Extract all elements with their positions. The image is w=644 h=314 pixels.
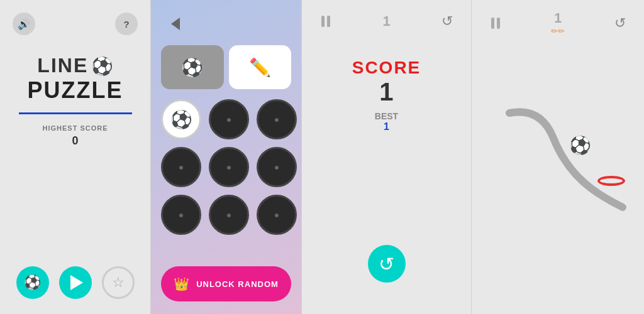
ball-6-locked-icon: ● <box>274 162 279 172</box>
panel4-score-display: 1 <box>551 10 565 26</box>
refresh-button[interactable]: ↺ <box>436 10 458 33</box>
star-icon: ☆ <box>112 274 125 291</box>
ball-item-7[interactable]: ● <box>161 195 201 235</box>
pause-icon <box>321 16 330 27</box>
crown-icon: 👑 <box>174 276 190 291</box>
panel3-top-bar: 1 ↺ <box>302 0 471 33</box>
panel4-refresh-icon: ↺ <box>614 15 626 31</box>
ball-3-locked-icon: ● <box>274 114 279 124</box>
score-label: SCORE <box>352 58 421 78</box>
highest-score-label: HIGHEST SCORE <box>42 124 108 132</box>
ball-item-2[interactable]: ● <box>209 99 249 139</box>
score-value: 1 <box>379 78 393 106</box>
ball-1-icon: ⚽ <box>170 109 192 130</box>
bottom-buttons: ⚽ ☆ <box>16 266 135 299</box>
title-line: LINE <box>37 54 88 77</box>
title-ball: ⚽ <box>91 57 113 76</box>
ball-selector-panel: ⚽ ✏️ ⚽ ● ● ● ● ● ● ● ● <box>151 0 302 314</box>
ball-item-9[interactable]: ● <box>257 195 297 235</box>
unlock-btn-label: UNLOCK RANDOM <box>196 279 279 289</box>
ball-4-locked-icon: ● <box>179 162 184 172</box>
ball-item-3[interactable]: ● <box>257 99 297 139</box>
svg-marker-0 <box>171 18 180 30</box>
tab-pencil[interactable]: ✏️ <box>229 45 292 89</box>
title-puzzle: PUZZLE <box>28 77 123 104</box>
ball-item-8[interactable]: ● <box>209 195 249 235</box>
main-menu-panel: 🔊 ? LINE ⚽ PUZZLE HIGHEST SCORE 0 ⚽ ☆ <box>0 0 151 314</box>
panel4-refresh-button[interactable]: ↺ <box>609 12 631 35</box>
ball-2-locked-icon: ● <box>226 114 231 124</box>
best-value: 1 <box>384 121 389 133</box>
back-arrow-icon <box>166 15 184 33</box>
pencil-icons: ✏✏ <box>551 26 565 36</box>
app-title: LINE ⚽ PUZZLE <box>28 54 123 104</box>
ball-icon: ⚽ <box>24 274 41 291</box>
panel4-pause-button[interactable] <box>484 12 507 35</box>
help-button[interactable]: ? <box>115 13 138 35</box>
back-button[interactable] <box>161 10 189 38</box>
title-underline <box>19 112 132 114</box>
ball-tabs: ⚽ ✏️ <box>161 45 291 89</box>
gameplay-panel: 1 ✏✏ ↺ ⚽ <box>472 0 644 314</box>
ball-grid: ⚽ ● ● ● ● ● ● ● ● <box>161 99 291 235</box>
ball-9-locked-icon: ● <box>274 210 279 220</box>
panel1-top-bar: 🔊 ? <box>13 13 138 35</box>
best-label: BEST <box>375 111 398 121</box>
ball-5-locked-icon: ● <box>226 162 231 172</box>
pause-button[interactable] <box>314 10 337 33</box>
panel4-pause-icon <box>491 18 500 29</box>
ball-item-6[interactable]: ● <box>257 147 297 187</box>
panel4-top-bar: 1 ✏✏ ↺ <box>472 0 644 36</box>
score-panel: 1 ↺ SCORE 1 BEST 1 ↺ <box>302 0 472 314</box>
ball-8-locked-icon: ● <box>226 210 231 220</box>
panel2-top-bar <box>161 10 291 38</box>
game-ball: ⚽ <box>569 135 591 156</box>
play-button[interactable] <box>59 266 92 299</box>
sound-icon: 🔊 <box>18 18 30 30</box>
favorites-button[interactable]: ☆ <box>102 266 135 299</box>
pencil-tab-icon: ✏️ <box>249 57 271 78</box>
ball-7-locked-icon: ● <box>179 210 184 220</box>
refresh-icon: ↺ <box>441 13 453 30</box>
highest-score-value: 0 <box>72 134 78 148</box>
ball-tab-icon: ⚽ <box>181 57 203 78</box>
game-hoop <box>597 176 625 186</box>
ball-item-5[interactable]: ● <box>209 147 249 187</box>
play-icon <box>70 275 83 290</box>
unlock-random-button[interactable]: 👑 UNLOCK RANDOM <box>161 266 291 301</box>
score-top-display: 1 <box>382 13 390 30</box>
ball-item-4[interactable]: ● <box>161 147 201 187</box>
help-icon: ? <box>123 19 129 30</box>
ball-select-button[interactable]: ⚽ <box>16 266 49 299</box>
replay-icon: ↺ <box>379 253 394 275</box>
game-curve <box>503 100 629 214</box>
tab-ball[interactable]: ⚽ <box>161 45 224 89</box>
ball-item-1[interactable]: ⚽ <box>161 99 201 139</box>
replay-button[interactable]: ↺ <box>368 245 406 283</box>
sound-button[interactable]: 🔊 <box>13 13 35 35</box>
score-section: SCORE 1 BEST 1 <box>352 58 421 133</box>
